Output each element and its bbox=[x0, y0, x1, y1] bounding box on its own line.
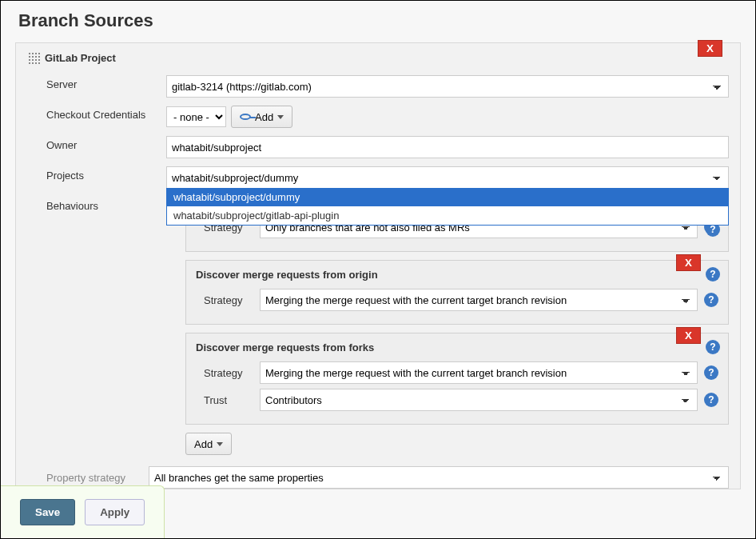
projects-option[interactable]: whatabit/subproject/gitlab-api-plugin bbox=[167, 206, 728, 225]
help-icon[interactable]: ? bbox=[704, 293, 718, 307]
owner-label: Owner bbox=[46, 136, 166, 151]
projects-dropdown: whatabit/subproject/dummy whatabit/subpr… bbox=[166, 188, 729, 226]
behaviour-title: Discover merge requests from origin bbox=[196, 269, 718, 281]
behaviour-mr-forks: X ? Discover merge requests from forks S… bbox=[185, 333, 729, 425]
property-strategy-label: Property strategy bbox=[27, 472, 147, 484]
property-strategy-select[interactable]: All branches get the same properties bbox=[149, 466, 729, 489]
strategy-label: Strategy bbox=[196, 367, 253, 379]
help-icon[interactable]: ? bbox=[706, 267, 720, 281]
delete-source-button[interactable]: X bbox=[698, 40, 722, 57]
gitlab-project-section: X GitLab Project Server gitlab-3214 (htt… bbox=[15, 42, 741, 489]
mr-forks-trust-select[interactable]: Contributors bbox=[260, 389, 698, 411]
server-label: Server bbox=[46, 75, 166, 90]
footer-actions: Save Apply bbox=[1, 485, 165, 538]
credentials-select[interactable]: - none - bbox=[166, 106, 226, 127]
projects-select[interactable]: whatabit/subproject/dummy bbox=[166, 166, 729, 189]
behaviours-label: Behaviours bbox=[46, 197, 166, 212]
add-credentials-label: Add bbox=[255, 111, 273, 123]
help-icon[interactable]: ? bbox=[706, 340, 720, 354]
drag-handle-icon[interactable] bbox=[27, 51, 40, 64]
behaviour-mr-origin: X ? Discover merge requests from origin … bbox=[185, 260, 729, 325]
apply-button[interactable]: Apply bbox=[85, 499, 145, 525]
mr-origin-strategy-select[interactable]: Merging the merge request with the curre… bbox=[260, 289, 698, 311]
page-title: Branch Sources bbox=[15, 10, 741, 31]
delete-behaviour-button[interactable]: X bbox=[676, 327, 701, 344]
projects-option[interactable]: whatabit/subproject/dummy bbox=[167, 188, 728, 206]
add-credentials-button[interactable]: Add bbox=[231, 106, 292, 128]
mr-forks-strategy-select[interactable]: Merging the merge request with the curre… bbox=[260, 361, 698, 384]
projects-label: Projects bbox=[46, 166, 166, 182]
help-icon[interactable]: ? bbox=[704, 365, 718, 380]
server-select[interactable]: gitlab-3214 (https://gitlab.com) bbox=[166, 75, 729, 98]
help-icon[interactable]: ? bbox=[704, 393, 718, 407]
key-icon bbox=[240, 114, 251, 120]
add-behaviour-button[interactable]: Add bbox=[185, 433, 232, 455]
add-behaviour-label: Add bbox=[194, 438, 213, 450]
chevron-down-icon bbox=[217, 442, 223, 446]
checkout-credentials-label: Checkout Credentials bbox=[46, 106, 166, 121]
chevron-down-icon bbox=[277, 115, 284, 119]
strategy-label: Strategy bbox=[196, 294, 253, 306]
behaviour-title: Discover merge requests from forks bbox=[196, 341, 718, 353]
owner-input[interactable] bbox=[166, 136, 729, 158]
delete-behaviour-button[interactable]: X bbox=[676, 254, 701, 271]
section-title: GitLab Project bbox=[45, 52, 116, 64]
save-button[interactable]: Save bbox=[20, 499, 75, 525]
trust-label: Trust bbox=[196, 394, 253, 406]
